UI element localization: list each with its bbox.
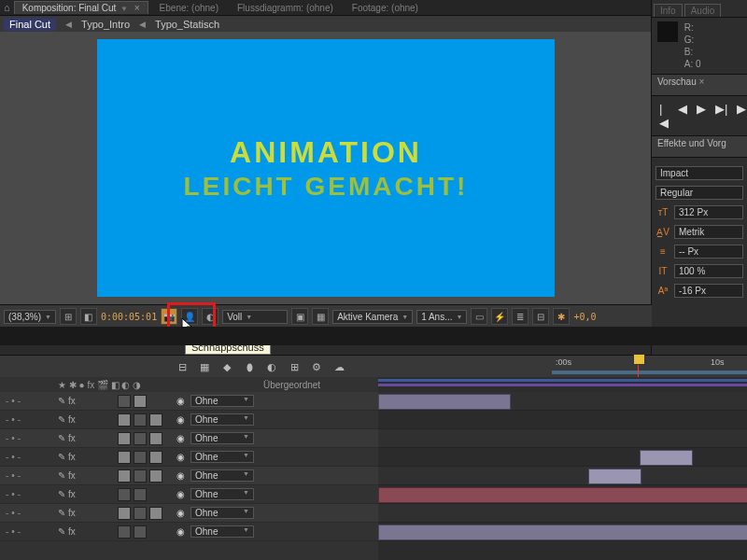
work-area[interactable] xyxy=(552,371,747,374)
pickwhip-icon[interactable]: ◉ xyxy=(174,489,187,499)
composition-preview[interactable]: ANIMATION LEICHT GEMACHT! xyxy=(0,32,652,304)
track-row[interactable] xyxy=(378,523,747,541)
crumb-typo-intro[interactable]: Typo_Intro xyxy=(81,19,130,30)
track-header xyxy=(378,377,747,393)
first-frame-icon[interactable]: |◀ xyxy=(659,102,669,130)
tl-3d-icon[interactable]: ⬮ xyxy=(241,358,258,375)
layer-row[interactable]: -•- ✎fx ◉Ohne▼ xyxy=(0,392,378,411)
leading-field[interactable]: -- Px xyxy=(674,245,743,259)
resolution-dropdown[interactable]: Voll▼ xyxy=(222,310,288,324)
zoom-dropdown[interactable]: (38,3%)▼ xyxy=(4,310,56,324)
clip[interactable] xyxy=(378,487,747,503)
tab-audio[interactable]: Audio xyxy=(684,4,722,17)
next-frame-icon[interactable]: ▶| xyxy=(715,102,727,130)
pixel-aspect-icon[interactable]: ▭ xyxy=(471,308,487,325)
tl-search-icon[interactable]: ⊟ xyxy=(174,358,190,375)
reset-exposure-icon[interactable]: ✱ xyxy=(553,308,570,325)
font-style-select[interactable]: Regular xyxy=(655,186,743,200)
clip[interactable] xyxy=(640,450,693,466)
layer-row[interactable]: -•- ✎fx ◉Ohne▼ xyxy=(0,504,378,523)
clip[interactable] xyxy=(378,525,747,540)
track-row[interactable] xyxy=(378,467,747,485)
parent-dropdown[interactable]: Ohne▼ xyxy=(190,451,254,463)
crumb-finalcut[interactable]: Final Cut xyxy=(4,18,56,31)
font-family-select[interactable]: Impact xyxy=(655,166,743,180)
pickwhip-icon[interactable]: ◉ xyxy=(174,396,187,406)
layer-row[interactable]: -•- ✎fx ◉Ohne▼ xyxy=(0,411,378,429)
kerning-field[interactable]: Metrik xyxy=(674,225,743,239)
track-row[interactable] xyxy=(378,411,747,429)
parent-dropdown[interactable]: Ohne▼ xyxy=(190,395,254,407)
clip[interactable] xyxy=(588,469,641,484)
track-row[interactable] xyxy=(378,485,747,504)
viewer-tab-flowchart[interactable]: Flussdiagramm: (ohne) xyxy=(230,2,341,14)
transparency-grid-icon[interactable]: ▦ xyxy=(312,308,329,325)
layer-row[interactable]: -•- ✎fx ◉Ohne▼ xyxy=(0,448,378,467)
channel-icon[interactable]: ◐ xyxy=(202,308,218,325)
pickwhip-icon[interactable]: ◉ xyxy=(174,433,187,443)
viewer-tab-composition[interactable]: Komposition: Final Cut ▼ × xyxy=(14,1,148,14)
timeline-icon[interactable]: ≣ xyxy=(512,308,529,325)
pickwhip-icon[interactable]: ◉ xyxy=(174,470,187,481)
parent-dropdown[interactable]: Ohne▼ xyxy=(190,432,254,444)
layer-row[interactable]: -•- ✎fx ◉Ohne▼ xyxy=(0,467,378,485)
tl-graph-icon[interactable]: ⊞ xyxy=(286,358,303,375)
font-size-field[interactable]: 312 Px xyxy=(674,205,743,219)
tab-effects[interactable]: Effekte und Vorg xyxy=(652,135,747,158)
viewer-tab-layer[interactable]: Ebene: (ohne) xyxy=(152,2,226,14)
tab-info[interactable]: Info xyxy=(654,4,683,17)
show-snapshot-button[interactable]: 👤 xyxy=(181,308,198,325)
ruler-tick: :00s xyxy=(556,357,571,367)
prev-frame-icon[interactable]: ◀ xyxy=(678,102,687,130)
chevron-left-icon: ◀ xyxy=(65,20,72,29)
track-row[interactable] xyxy=(378,504,747,523)
layer-row[interactable]: -•- ✎fx ◉Ohne▼ xyxy=(0,485,378,504)
time-ruler[interactable]: :00s 10s 15s 20s xyxy=(552,356,747,378)
chevron-down-icon[interactable]: ▼ xyxy=(120,5,128,13)
parent-dropdown[interactable]: Ohne▼ xyxy=(190,488,254,500)
camera-dropdown[interactable]: Aktive Kamera▼ xyxy=(332,310,413,324)
timeline-tracks[interactable] xyxy=(378,392,747,560)
character-panel: Impact Regular тT 312 Px A̲V Metrik ≡ --… xyxy=(652,158,747,355)
track-row[interactable] xyxy=(378,448,747,467)
tl-shy-icon[interactable]: ◆ xyxy=(218,358,235,375)
parent-dropdown[interactable]: Ohne▼ xyxy=(190,413,254,426)
baseline-icon: Aª xyxy=(655,286,670,296)
clip[interactable] xyxy=(378,394,511,410)
last-frame-icon[interactable]: ▶ xyxy=(737,102,746,130)
viewer-tab-footage[interactable]: Footage: (ohne) xyxy=(345,2,426,14)
crumb-typo-statisch[interactable]: Typo_Statisch xyxy=(155,19,219,30)
flowchart-icon[interactable]: ⊟ xyxy=(532,308,549,325)
pickwhip-icon[interactable]: ◉ xyxy=(174,508,187,518)
home-icon: ⌂ xyxy=(4,2,10,13)
tl-fx-icon[interactable]: ⚙ xyxy=(308,358,325,375)
mask-icon[interactable]: ◧ xyxy=(80,308,97,325)
parent-dropdown[interactable]: Ohne▼ xyxy=(190,507,254,519)
vscale-field[interactable]: 100 % xyxy=(674,264,743,278)
snapshot-button[interactable]: 📷 xyxy=(161,308,177,325)
timecode[interactable]: 0:00:05:01 xyxy=(101,312,157,322)
pickwhip-icon[interactable]: ◉ xyxy=(174,526,187,537)
parent-dropdown[interactable]: Ohne▼ xyxy=(190,469,254,482)
grid-icon[interactable]: ⊞ xyxy=(60,308,77,325)
baseline-field[interactable]: -16 Px xyxy=(674,284,743,298)
pickwhip-icon[interactable]: ◉ xyxy=(174,452,187,462)
roi-icon[interactable]: ▣ xyxy=(291,308,308,325)
tl-blur-icon[interactable]: ◐ xyxy=(263,358,280,375)
close-icon[interactable]: × xyxy=(698,77,704,87)
tl-brain-icon[interactable]: ☁ xyxy=(331,358,347,375)
close-icon[interactable]: × xyxy=(134,3,140,13)
track-row[interactable] xyxy=(378,392,747,411)
tab-preview[interactable]: Vorschau × xyxy=(652,74,747,96)
pickwhip-icon[interactable]: ◉ xyxy=(174,414,187,425)
play-icon[interactable]: ▶ xyxy=(697,102,706,130)
fast-preview-icon[interactable]: ⚡ xyxy=(491,308,508,325)
track-row[interactable] xyxy=(378,429,747,448)
layer-row[interactable]: -•- ✎fx ◉Ohne▼ xyxy=(0,523,378,541)
views-dropdown[interactable]: 1 Ans...▼ xyxy=(416,310,467,324)
layer-list: -•- ✎fx ◉Ohne▼ -•- ✎fx ◉Ohne▼ -•- ✎fx ◉O… xyxy=(0,392,378,560)
parent-dropdown[interactable]: Ohne▼ xyxy=(190,525,254,538)
exposure-value[interactable]: +0,0 xyxy=(573,312,596,322)
tl-comp-icon[interactable]: ▦ xyxy=(196,358,213,375)
layer-row[interactable]: -•- ✎fx ◉Ohne▼ xyxy=(0,429,378,448)
